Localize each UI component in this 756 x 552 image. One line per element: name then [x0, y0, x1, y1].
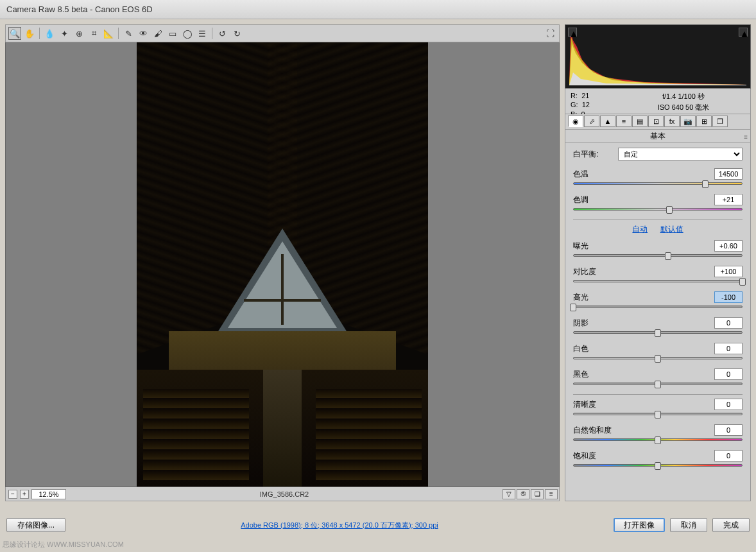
- tab-camera[interactable]: 📷: [680, 116, 696, 127]
- exposure-value[interactable]: +0.60: [714, 240, 743, 252]
- rotate-cw-icon[interactable]: ↻: [230, 27, 243, 40]
- tab-split[interactable]: ▤: [632, 116, 648, 127]
- target-adjust-icon[interactable]: ⊕: [73, 27, 85, 40]
- redeye-icon[interactable]: 👁: [137, 27, 150, 40]
- tab-lens[interactable]: ⊡: [648, 116, 664, 127]
- saturation-slider[interactable]: [573, 464, 743, 469]
- basic-controls: 白平衡: 自定 色温14500 色调+21 自动 默认值 曝光+0.60 对比度…: [565, 142, 751, 501]
- tab-detail[interactable]: ▲: [600, 116, 615, 127]
- exif-line1: f/1.4 1/100 秒: [622, 91, 745, 102]
- preview-area[interactable]: [5, 42, 560, 487]
- shadows-slider[interactable]: [573, 331, 743, 336]
- highlight-clip-warning-icon[interactable]: ▲: [739, 28, 748, 37]
- color-sampler-icon[interactable]: ✦: [58, 27, 71, 40]
- filter-icon[interactable]: ▽: [503, 489, 515, 499]
- contrast-label: 对比度: [573, 266, 618, 277]
- shadows-value[interactable]: 0: [714, 317, 743, 329]
- shadows-label: 阴影: [573, 318, 618, 329]
- vibrance-value[interactable]: 0: [714, 424, 743, 436]
- hand-tool-icon[interactable]: ✋: [23, 27, 36, 40]
- exif-line2: ISO 640 50 毫米: [622, 102, 745, 113]
- label-icon[interactable]: ❏: [531, 489, 544, 499]
- contrast-slider[interactable]: [573, 280, 743, 285]
- panel-tabs: ◉ ⬀ ▲ ≡ ▤ ⊡ fx 📷 ⊞ ❐: [565, 114, 751, 130]
- preview-footer: − + 12.5% IMG_3586.CR2 ▽ ⑤ ❏ ≡: [5, 487, 560, 501]
- r-label: R:: [571, 92, 578, 99]
- graduated-filter-icon[interactable]: ▭: [166, 27, 179, 40]
- tab-snapshot[interactable]: ❐: [712, 116, 728, 127]
- save-image-button[interactable]: 存储图像...: [6, 518, 65, 532]
- tab-basic[interactable]: ◉: [568, 116, 583, 127]
- default-link[interactable]: 默认值: [660, 225, 683, 234]
- titlebar: Camera Raw 8.5 beta - Canon EOS 6D: [0, 0, 756, 19]
- zoom-in-button[interactable]: +: [20, 490, 29, 499]
- white-balance-eyedropper-icon[interactable]: 💧: [43, 27, 56, 40]
- zoom-tool-icon[interactable]: 🔍: [8, 27, 21, 40]
- exposure-label: 曝光: [573, 241, 618, 252]
- shadow-clip-warning-icon[interactable]: ▲: [568, 28, 577, 37]
- straighten-tool-icon[interactable]: 📐: [102, 27, 115, 40]
- temp-value[interactable]: 14500: [714, 168, 743, 180]
- tint-value[interactable]: +21: [714, 194, 743, 205]
- wb-label: 白平衡:: [573, 149, 618, 160]
- saturation-value[interactable]: 0: [714, 450, 743, 461]
- watermark: 思缘设计论坛 WWW.MISSYUAN.COM: [3, 540, 124, 549]
- blacks-value[interactable]: 0: [714, 368, 743, 380]
- temp-label: 色温: [573, 169, 618, 180]
- tab-fx[interactable]: fx: [664, 116, 680, 127]
- zoom-level-dropdown[interactable]: 12.5%: [31, 489, 66, 499]
- menu-icon[interactable]: ≡: [545, 489, 558, 499]
- fullscreen-icon[interactable]: ⛶: [544, 27, 556, 40]
- tint-label: 色调: [573, 194, 618, 205]
- g-value: 12: [582, 101, 590, 108]
- exposure-slider[interactable]: [573, 254, 743, 259]
- contrast-value[interactable]: +100: [714, 266, 743, 277]
- workflow-options-link[interactable]: Adobe RGB (1998); 8 位; 3648 x 5472 (20.0…: [65, 521, 614, 530]
- histogram[interactable]: ▲ ▲: [565, 24, 751, 89]
- preferences-icon[interactable]: ☰: [196, 27, 209, 40]
- tab-curve[interactable]: ⬀: [584, 116, 599, 127]
- whites-value[interactable]: 0: [714, 343, 743, 354]
- tint-slider[interactable]: [573, 208, 743, 213]
- adjustment-brush-icon[interactable]: 🖌: [151, 27, 164, 40]
- open-image-button[interactable]: 打开图像: [614, 518, 665, 532]
- rating-icon[interactable]: ⑤: [517, 489, 529, 499]
- spot-removal-icon[interactable]: ✎: [122, 27, 135, 40]
- radial-filter-icon[interactable]: ◯: [181, 27, 194, 40]
- zoom-out-button[interactable]: −: [8, 490, 17, 499]
- clarity-slider[interactable]: [573, 413, 743, 418]
- panel-title: 基本 ≡: [565, 130, 751, 142]
- g-label: G:: [571, 101, 578, 108]
- tab-preset[interactable]: ⊞: [696, 116, 712, 127]
- rotate-ccw-icon[interactable]: ↺: [216, 27, 228, 40]
- bottom-bar: 存储图像... Adobe RGB (1998); 8 位; 3648 x 54…: [0, 515, 756, 535]
- filename-label: IMG_3586.CR2: [66, 490, 503, 498]
- highlights-value[interactable]: -100: [714, 291, 743, 303]
- wb-select[interactable]: 自定: [618, 148, 743, 160]
- blacks-label: 黑色: [573, 369, 618, 380]
- clarity-label: 清晰度: [573, 399, 618, 410]
- preview-image: [137, 42, 428, 487]
- crop-tool-icon[interactable]: ⌗: [87, 27, 100, 40]
- whites-slider[interactable]: [573, 357, 743, 362]
- temp-slider[interactable]: [573, 182, 743, 187]
- whites-label: 白色: [573, 343, 618, 354]
- vibrance-slider[interactable]: [573, 438, 743, 444]
- done-button[interactable]: 完成: [712, 518, 750, 532]
- saturation-label: 饱和度: [573, 451, 618, 461]
- r-value: 21: [581, 92, 589, 99]
- panel-menu-icon[interactable]: ≡: [744, 131, 748, 144]
- vibrance-label: 自然饱和度: [573, 425, 618, 436]
- window-title: Camera Raw 8.5 beta - Canon EOS 6D: [6, 4, 153, 14]
- highlights-slider[interactable]: [573, 306, 743, 311]
- toolbar: 🔍 ✋ 💧 ✦ ⊕ ⌗ 📐 ✎ 👁 🖌 ▭ ◯ ☰ ↺ ↻ ⛶: [5, 24, 560, 42]
- highlights-label: 高光: [573, 292, 618, 303]
- cancel-button[interactable]: 取消: [670, 518, 707, 532]
- blacks-slider[interactable]: [573, 383, 743, 388]
- tab-hsl[interactable]: ≡: [616, 116, 631, 127]
- clarity-value[interactable]: 0: [714, 399, 743, 410]
- auto-link[interactable]: 自动: [632, 225, 648, 234]
- info-strip: R: 21 G: 12 B: 0 f/1.4 1/100 秒 ISO 640 5…: [565, 89, 751, 114]
